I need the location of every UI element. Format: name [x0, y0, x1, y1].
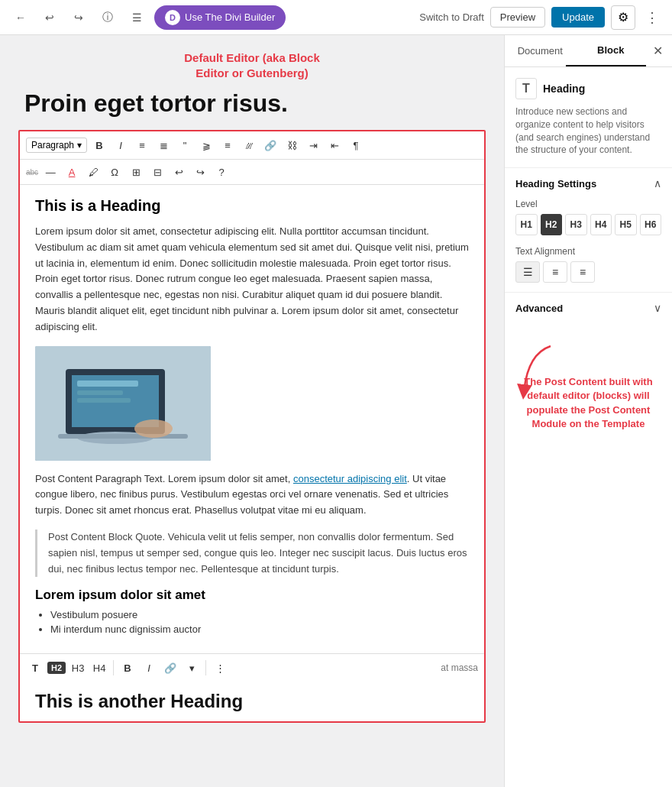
redo-editor-button[interactable]: ↪ — [191, 163, 209, 181]
tab-document[interactable]: Document — [505, 35, 576, 66]
inline-italic-button[interactable]: I — [140, 659, 158, 677]
align-right-sidebar-button[interactable]: ≡ — [570, 261, 595, 283]
block-type-icon: T — [515, 78, 537, 99]
strikethrough-icon: abc — [26, 168, 38, 177]
editor-heading: This is a Heading — [35, 197, 469, 215]
content-area: Default Editor (aka BlockEditor or Guten… — [0, 35, 504, 787]
advanced-collapse[interactable]: ∨ — [654, 302, 661, 314]
svg-rect-4 — [77, 390, 123, 395]
italic-button[interactable]: I — [111, 136, 130, 154]
custom1-button[interactable]: ⊞ — [127, 163, 145, 181]
sidebar-close-button[interactable]: ✕ — [646, 40, 669, 63]
level-h6-button[interactable]: H6 — [640, 214, 662, 235]
level-h3-button[interactable]: H3 — [565, 214, 587, 235]
link-button[interactable]: 🔗 — [261, 136, 279, 154]
align-right-button[interactable]: ⫻ — [240, 136, 258, 154]
bottom-heading: This is another Heading — [35, 688, 469, 712]
align-buttons: ☰ ≡ ≡ — [515, 261, 661, 283]
inline-link-button[interactable]: 🔗 — [161, 659, 179, 677]
align-left-button[interactable]: ⫺ — [197, 136, 215, 154]
editor-para-2: Post Content Paragraph Text. Lorem ipsum… — [35, 471, 469, 519]
eraser-button[interactable]: 🖊 — [84, 163, 102, 181]
sidebar-block-header: T Heading — [515, 78, 661, 99]
update-button[interactable]: Update — [551, 7, 605, 28]
svg-point-8 — [134, 419, 173, 438]
special-button[interactable]: ¶ — [347, 136, 365, 154]
right-annotation-area: The Post Content built withdefault edito… — [505, 323, 672, 437]
info-button[interactable]: ⓘ — [96, 6, 119, 29]
level-h4-button[interactable]: H4 — [590, 214, 612, 235]
inline-toolbar: T H2 H3 H4 B I 🔗 ▾ ⋮ at massa — [20, 653, 484, 682]
undo-button[interactable]: ↩ — [38, 6, 61, 29]
omega-button[interactable]: Ω — [105, 163, 124, 181]
editor-image-inner — [35, 346, 211, 461]
inline-t-button[interactable]: T — [26, 659, 44, 677]
help-button[interactable]: ? — [212, 163, 231, 181]
blockquote: Post Content Block Quote. Vehicula velit… — [35, 530, 469, 577]
block-title: Heading — [543, 83, 585, 95]
hr-button[interactable]: — — [41, 163, 60, 181]
inline-more-button[interactable]: ⋮ — [211, 659, 229, 677]
custom2-button[interactable]: ⊟ — [148, 163, 166, 181]
toolbar-separator-2 — [205, 660, 206, 675]
sidebar-block-info: T Heading Introduce new sections and org… — [505, 67, 672, 168]
paragraph-select[interactable]: Paragraph ▾ — [26, 138, 87, 153]
settings-gear-button[interactable]: ⚙ — [611, 5, 635, 30]
svg-rect-7 — [58, 434, 188, 439]
inline-dropdown-button[interactable]: ▾ — [183, 659, 201, 677]
heading-settings-title: Heading Settings — [515, 178, 596, 189]
editor-toolbar-bottom: abc — A 🖊 Ω ⊞ ⊟ ↩ ↪ ? — [20, 160, 484, 185]
align-left-sidebar-button[interactable]: ☰ — [515, 261, 540, 283]
sidebar-tabs: Document Block ✕ — [505, 35, 672, 67]
redo-button[interactable]: ↪ — [67, 6, 90, 29]
editor-subheading: Lorem ipsum dolor sit amet — [35, 588, 469, 603]
inline-h4-button[interactable]: H4 — [90, 659, 108, 677]
advanced-title: Advanced — [515, 303, 563, 314]
level-label: Level — [515, 199, 661, 209]
preview-button[interactable]: Preview — [490, 7, 545, 28]
editor-image — [35, 346, 211, 461]
list-button[interactable]: ≡ — [133, 136, 151, 154]
svg-rect-5 — [77, 398, 131, 403]
align-center-sidebar-button[interactable]: ≡ — [543, 261, 567, 283]
unlink-button[interactable]: ⛓ — [283, 136, 301, 154]
toolbar-separator — [113, 660, 114, 675]
bullet-item-2: Mi interdum nunc dignissim auctor — [50, 623, 469, 635]
truncated-text: at massa — [441, 662, 478, 673]
heading-settings-collapse[interactable]: ∧ — [654, 177, 661, 189]
text-alignment-label: Text Alignment — [515, 246, 661, 257]
undo-editor-button[interactable]: ↩ — [170, 163, 188, 181]
editor-content[interactable]: This is a Heading Lorem ipsum dolor sit … — [20, 185, 484, 653]
switch-to-draft-button[interactable]: Switch to Draft — [419, 11, 484, 23]
post-title[interactable]: Proin eget tortor risus. — [18, 89, 486, 118]
para2-link[interactable]: consectetur adipiscing elit — [293, 473, 407, 484]
menu-button[interactable]: ☰ — [125, 6, 148, 29]
block-description: Introduce new sections and organize cont… — [515, 105, 661, 157]
outdent-button[interactable]: ⇤ — [325, 136, 344, 154]
inline-h2-badge[interactable]: H2 — [47, 662, 66, 674]
blockquote-button[interactable]: " — [176, 136, 194, 154]
bold-button[interactable]: B — [90, 136, 108, 154]
heading-settings-section: Heading Settings ∧ Level H1 H2 H3 H4 H5 … — [505, 168, 672, 292]
advanced-section: Advanced ∨ — [505, 292, 672, 323]
level-h1-button[interactable]: H1 — [515, 214, 538, 235]
top-annotation: Default Editor (aka BlockEditor or Guten… — [18, 50, 486, 80]
font-color-button[interactable]: A — [63, 163, 81, 181]
ordered-list-button[interactable]: ≣ — [154, 136, 173, 154]
back-button[interactable]: ← — [9, 6, 32, 29]
align-center-button[interactable]: ≡ — [218, 136, 237, 154]
use-divi-builder-button[interactable]: D Use The Divi Builder — [154, 5, 286, 30]
divi-icon: D — [165, 10, 180, 25]
level-h2-button[interactable]: H2 — [541, 214, 563, 235]
inline-bold-button[interactable]: B — [118, 659, 137, 677]
inline-h3-button[interactable]: H3 — [69, 659, 87, 677]
level-h5-button[interactable]: H5 — [615, 214, 637, 235]
tab-block[interactable]: Block — [576, 35, 647, 66]
heading-settings-header: Heading Settings ∧ — [515, 177, 661, 189]
indent-button[interactable]: ⇥ — [304, 136, 322, 154]
top-bar-right: Switch to Draft Preview Update ⚙ ⋮ — [419, 5, 663, 30]
more-options-button[interactable]: ⋮ — [641, 7, 663, 28]
right-sidebar: Document Block ✕ T Heading Introduce new… — [504, 35, 672, 787]
editor-para-1: Lorem ipsum dolor sit amet, consectetur … — [35, 224, 469, 335]
editor-block: Paragraph ▾ B I ≡ ≣ " ⫺ ≡ ⫻ 🔗 ⛓ ⇥ ⇤ ¶ ab… — [18, 130, 486, 723]
